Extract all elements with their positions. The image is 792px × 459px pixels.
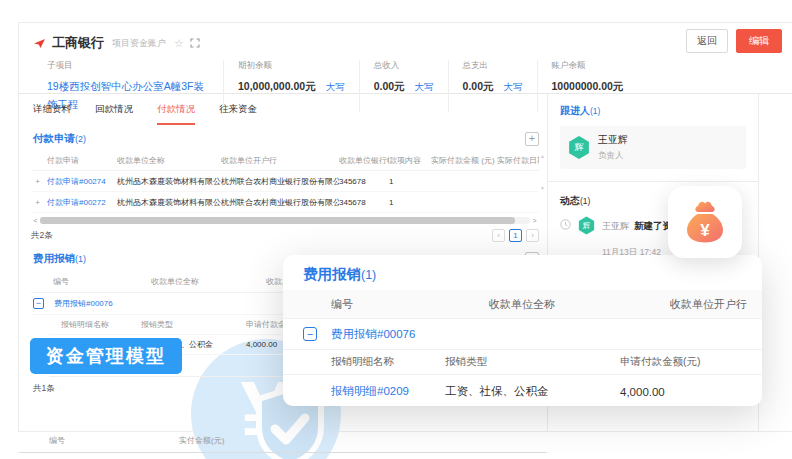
add-payment-request-button[interactable]: + [525,132,539,146]
tab-receipts[interactable]: 回款情况 [95,103,133,125]
col-header: 报销类型 [445,355,620,369]
field-label: 总支出 [463,60,523,72]
popup-detail-header: 报销明细名称 报销类型 申请付款金额(元) [283,350,762,375]
horizontal-scrollbar: < > [31,216,539,224]
popup-expense-row: − 费用报销#00076 [283,319,762,350]
cell-content: 1 [389,177,431,186]
edit-button[interactable]: 编辑 [736,29,782,53]
cell-content: 1 [389,198,431,207]
star-icon[interactable]: ☆ [174,37,184,50]
record-header: 工商银行 项目资金账户 ☆ 返回 编辑 子项目 19楼西投创智中心办公室A幢3F… [19,23,792,94]
field-account-balance: 账户余额 10000000.00元 [537,60,638,112]
col-header: 编号 [283,297,489,312]
col-header: 报销类型 [141,319,246,330]
col-header: 申请付款金额(元) [620,355,762,369]
fullscreen-icon[interactable] [190,38,200,48]
vertical-scroll-arrows[interactable]: ▲ ▼ [540,153,545,191]
follower-role: 负责人 [598,150,628,162]
back-button[interactable]: 返回 [686,29,728,53]
page: ¥ 工商银行 项目资金账户 ☆ 返回 [0,0,792,459]
money-bag-icon: ¥ [682,199,728,245]
field-label: 期初余额 [238,60,345,72]
field-value: 0.00元 [374,80,405,92]
model-label: 资金管理模型 [30,338,182,374]
money-bag-card: ¥ [668,186,742,258]
tab-transactions[interactable]: 往来资金 [219,103,257,125]
col-header: 款项内容 [389,155,431,166]
payment-request-link[interactable]: 付款申请#00274 [47,176,117,187]
col-header: 实付金额(元) [179,435,547,446]
expand-row-icon[interactable]: + [31,177,47,186]
pagination: ‹ 1 › [492,229,539,242]
cell-company: 杭州品木森鹿装饰材料有限公司 [117,176,221,187]
tab-bar: 详细资料 回款情况 付款情况 往来资金 [19,94,547,125]
section-title: 费用报销(1) [33,252,86,266]
page-number[interactable]: 1 [509,229,522,242]
avatar: 辉 [578,216,595,235]
divider [548,181,758,182]
scroll-down-icon[interactable]: ▼ [540,185,545,191]
cell-bank: 杭州联合农村商业银行股份有限公司半山支行 [221,176,339,187]
uppercase-link[interactable]: 大写 [504,81,523,92]
cell-bank: 杭州联合农村商业银行股份有限公司半山支行 [221,197,339,208]
cell-amount: 4,000.00 [620,386,762,398]
field-label: 账户余额 [552,60,624,72]
popup-title: 费用报销(1) [283,255,762,290]
popup-detail-row: 报销明细#0209 工资、社保、公积金 4,000.00 [283,375,762,406]
expense-link[interactable]: 费用报销#00076 [331,327,415,342]
detail-link[interactable]: 报销明细#0209 [283,384,445,399]
tab-payments[interactable]: 付款情况 [157,103,195,125]
col-header: 收款单位全称 [489,297,670,312]
scroll-up-icon[interactable]: ▲ [540,153,545,159]
collapse-row-icon[interactable]: − [33,298,44,309]
payment-request-header: 付款申请(2) + [19,125,547,151]
title-row: 工商银行 项目资金账户 ☆ 返回 编辑 [33,32,792,54]
cell-account: 345678 [339,198,389,207]
col-header: 编号 [19,435,179,446]
expense-link[interactable]: 费用报销#00076 [54,298,113,309]
prev-page-button[interactable]: ‹ [492,229,505,242]
table-row: + 付款申请#00274 杭州品木森鹿装饰材料有限公司 杭州联合农村商业银行股份… [31,171,539,192]
table-row: + 付款申请#00272 杭州品木森鹿装饰材料有限公司 杭州联合农村商业银行股份… [31,192,539,213]
payment-request-link[interactable]: 付款申请#00272 [47,197,117,208]
tab-details[interactable]: 详细资料 [33,103,71,125]
field-label: 总收入 [374,60,434,72]
scroll-right-icon[interactable]: > [530,217,539,224]
clock-icon [560,219,571,230]
scrollbar-track[interactable] [40,217,530,224]
expense-popup: 费用报销(1) 编号 收款单位全称 收款单位开户行 − 费用报销#00076 报… [283,255,762,406]
flag-icon [33,38,46,49]
col-header: 收款单位开户行 [670,297,762,312]
record-type-label: 项目资金账户 [112,37,166,50]
uppercase-link[interactable]: 大写 [326,81,345,92]
follower-name: 王亚辉 [598,133,628,147]
field-label: 子项目 [47,60,209,72]
cell-type: 工资、社保、公积金 [445,384,620,399]
scroll-left-icon[interactable]: < [31,217,40,224]
popup-table-header: 编号 收款单位全称 收款单位开户行 [283,290,762,319]
activity-user[interactable]: 王亚辉 [602,221,629,231]
expand-row-icon[interactable]: + [31,198,47,207]
cell-company: 杭州品木森鹿装饰材料有限公司 [117,197,221,208]
next-page-button[interactable]: › [526,229,539,242]
follower-card[interactable]: 辉 王亚辉 负责人 [560,126,746,169]
col-header: 编号 [31,276,151,287]
section-title: 付款申请(2) [33,132,86,146]
uppercase-link[interactable]: 大写 [415,81,434,92]
total-count: 共2条 [31,230,53,242]
payment-request-table: 付款申请 收款单位全称 收款单位开户行 收款单位银行帐号 款项内容 实际付款金额… [31,151,539,213]
field-value: 10000000.00元 [552,80,624,92]
scrollbar-thumb[interactable] [40,217,515,224]
collapse-row-icon[interactable]: − [303,327,317,341]
avatar: 辉 [568,136,590,160]
field-value: 10,000,000.00元 [238,80,316,92]
field-value: 0.00元 [463,80,494,92]
col-header: 实际付款日期 [497,155,539,166]
col-header: 报销明细名称 [49,319,141,330]
cell-account: 345678 [339,177,389,186]
col-header: 报销明细名称 [283,355,445,369]
col-header: 付款申请 [47,155,117,166]
col-header: 实际付款金额 (元) [431,155,497,166]
payment-request-footer: 共2条 ‹ 1 › [19,224,547,245]
svg-text:¥: ¥ [700,221,710,240]
